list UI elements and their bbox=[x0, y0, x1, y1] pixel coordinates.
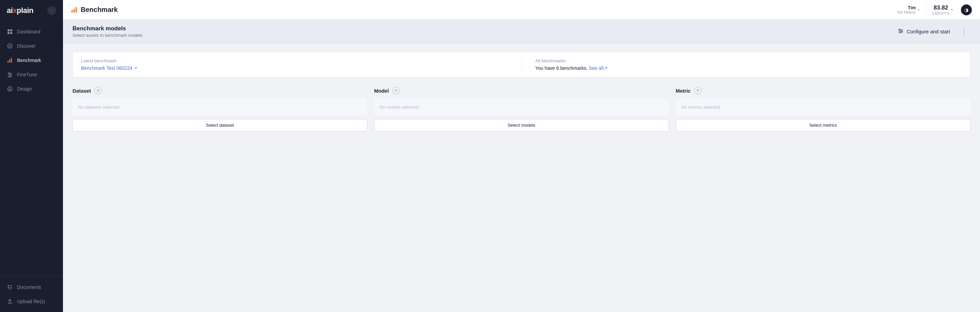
main-content: Benchmark Tim Tim Nelson ▾ 83.82 CREDITS… bbox=[63, 0, 980, 312]
chevron-left-icon: ‹ bbox=[51, 8, 52, 13]
svg-point-10 bbox=[8, 73, 10, 74]
svg-rect-18 bbox=[10, 285, 12, 286]
upload-icon bbox=[7, 298, 13, 304]
benchmark-sections: Dataset + No datasets selected. Select d… bbox=[73, 87, 970, 132]
credits-label: CREDITS bbox=[932, 11, 950, 15]
add-metric-button[interactable]: + bbox=[694, 87, 702, 94]
model-section-title: Model bbox=[374, 88, 389, 94]
metric-empty-text: No metrics selected. bbox=[681, 105, 721, 110]
select-dataset-button[interactable]: Select dataset bbox=[73, 119, 367, 132]
add-model-button[interactable]: + bbox=[392, 87, 399, 94]
svg-rect-17 bbox=[8, 285, 9, 286]
benchmark-icon bbox=[7, 57, 13, 64]
sidebar-item-label: Dashboard bbox=[17, 29, 40, 34]
dataset-section-title: Dataset bbox=[73, 88, 91, 94]
svg-rect-22 bbox=[10, 289, 12, 290]
sliders-icon bbox=[7, 72, 13, 78]
all-benchmarks-info: All benchmarks: You have 6 benchmarks. S… bbox=[535, 58, 962, 71]
see-all-text: See all bbox=[589, 65, 603, 71]
page-header-actions: Configure and start ⋮ bbox=[894, 26, 970, 37]
page-header-text: Benchmark models Select assets to benchm… bbox=[73, 25, 142, 38]
latest-benchmark-info: Latest benchmark: Benchmark Test 060224 … bbox=[81, 58, 522, 71]
add-model-icon: + bbox=[395, 88, 398, 93]
dataset-section-header: Dataset + bbox=[73, 87, 367, 94]
svg-rect-24 bbox=[73, 9, 75, 13]
svg-rect-25 bbox=[76, 7, 77, 13]
metric-empty-state: No metrics selected. bbox=[676, 99, 970, 115]
app-logo: aixplain bbox=[7, 6, 33, 15]
page-subheading: Select assets to benchmark models bbox=[73, 33, 142, 38]
all-benchmarks-text: You have 6 benchmarks. See all↗ bbox=[535, 65, 962, 71]
sidebar-item-upload[interactable]: Upload file(s) bbox=[0, 294, 63, 309]
sidebar-item-label: Discover bbox=[17, 43, 35, 49]
sidebar-item-documents[interactable]: Documents bbox=[0, 280, 63, 294]
select-models-label: Select models bbox=[508, 123, 535, 128]
see-all-link[interactable]: See all↗ bbox=[589, 65, 608, 71]
model-section: Model + No models selected. Select model… bbox=[374, 87, 669, 132]
more-options-button[interactable]: ⋮ bbox=[958, 26, 970, 37]
svg-rect-19 bbox=[8, 287, 9, 288]
see-all-arrow-icon: ↗ bbox=[603, 65, 608, 71]
model-empty-text: No models selected. bbox=[380, 105, 420, 110]
add-dataset-button[interactable]: + bbox=[94, 87, 102, 94]
credits-value: 83.82 bbox=[934, 5, 948, 11]
latest-link-arrow-icon: ↗ bbox=[134, 66, 137, 70]
svg-point-5 bbox=[9, 45, 11, 47]
latest-benchmark-link[interactable]: Benchmark Test 060224 ↗ bbox=[81, 65, 508, 71]
user-info: Tim Tim Nelson bbox=[897, 5, 916, 14]
select-dataset-label: Select dataset bbox=[206, 123, 234, 128]
select-metrics-label: Select metrics bbox=[809, 123, 837, 128]
sidebar-item-finetune[interactable]: FineTune bbox=[0, 67, 63, 82]
sidebar-item-discover[interactable]: Discover bbox=[0, 39, 63, 53]
svg-text:$: $ bbox=[9, 88, 11, 91]
dataset-empty-text: No datasets selected. bbox=[78, 105, 121, 110]
select-models-button[interactable]: Select models bbox=[374, 119, 669, 132]
topbar-title-text: Benchmark bbox=[81, 6, 118, 14]
sidebar-item-dashboard[interactable]: Dashboard bbox=[0, 24, 63, 39]
metric-section-header: Metric + bbox=[676, 87, 970, 94]
svg-rect-21 bbox=[8, 288, 9, 289]
svg-rect-20 bbox=[10, 287, 12, 288]
model-empty-state: No models selected. bbox=[374, 99, 669, 115]
credits-chevron-icon: ▾ bbox=[951, 8, 953, 11]
credits-display[interactable]: 83.82 CREDITS ▾ bbox=[926, 5, 953, 15]
topbar: Benchmark Tim Tim Nelson ▾ 83.82 CREDITS… bbox=[63, 0, 980, 20]
sidebar-item-label: FineTune bbox=[17, 72, 37, 77]
svg-rect-23 bbox=[72, 10, 73, 13]
page-content-area: Latest benchmark: Benchmark Test 060224 … bbox=[63, 44, 980, 312]
page-title: Benchmark bbox=[71, 6, 118, 14]
metric-section-title: Metric bbox=[676, 88, 690, 94]
configure-and-start-button[interactable]: Configure and start bbox=[894, 26, 953, 37]
metric-section: Metric + No metrics selected. Select met… bbox=[676, 87, 970, 132]
benchmarks-count-text: You have 6 benchmarks. bbox=[535, 65, 588, 71]
sidebar-collapse-button[interactable]: ‹ bbox=[47, 6, 56, 15]
discover-icon bbox=[7, 43, 13, 49]
sidebar-item-benchmark[interactable]: Benchmark bbox=[0, 53, 63, 67]
svg-point-14 bbox=[9, 76, 10, 77]
dataset-section: Dataset + No datasets selected. Select d… bbox=[73, 87, 367, 132]
sidebar-item-label: Documents bbox=[17, 284, 41, 290]
more-options-icon: ⋮ bbox=[961, 28, 968, 35]
svg-rect-3 bbox=[10, 32, 12, 34]
svg-point-12 bbox=[10, 74, 11, 76]
page-header: Benchmark models Select assets to benchm… bbox=[63, 20, 980, 44]
sidebar-nav: Dashboard Discover Benchmark bbox=[0, 21, 63, 276]
sidebar-item-design[interactable]: $ Design bbox=[0, 82, 63, 96]
theme-toggle-button[interactable]: ◑ bbox=[961, 5, 972, 15]
benchmark-info-card: Latest benchmark: Benchmark Test 060224 … bbox=[73, 52, 970, 77]
latest-benchmark-name: Benchmark Test 060224 bbox=[81, 65, 132, 71]
configure-label: Configure and start bbox=[907, 29, 950, 34]
design-icon: $ bbox=[7, 86, 13, 92]
add-metric-icon: + bbox=[697, 88, 700, 93]
page-heading: Benchmark models bbox=[73, 25, 142, 32]
sidebar-bottom: Documents Upload file(s) bbox=[0, 276, 63, 312]
svg-rect-2 bbox=[8, 32, 10, 34]
user-full-name: Tim Nelson bbox=[897, 10, 916, 14]
svg-rect-6 bbox=[8, 60, 8, 63]
list-icon bbox=[7, 284, 13, 290]
dataset-empty-state: No datasets selected. bbox=[73, 99, 367, 115]
topbar-benchmark-icon bbox=[71, 7, 77, 13]
user-menu[interactable]: Tim Tim Nelson ▾ bbox=[897, 5, 920, 14]
sidebar-item-label: Upload file(s) bbox=[17, 299, 45, 304]
select-metrics-button[interactable]: Select metrics bbox=[676, 119, 970, 132]
